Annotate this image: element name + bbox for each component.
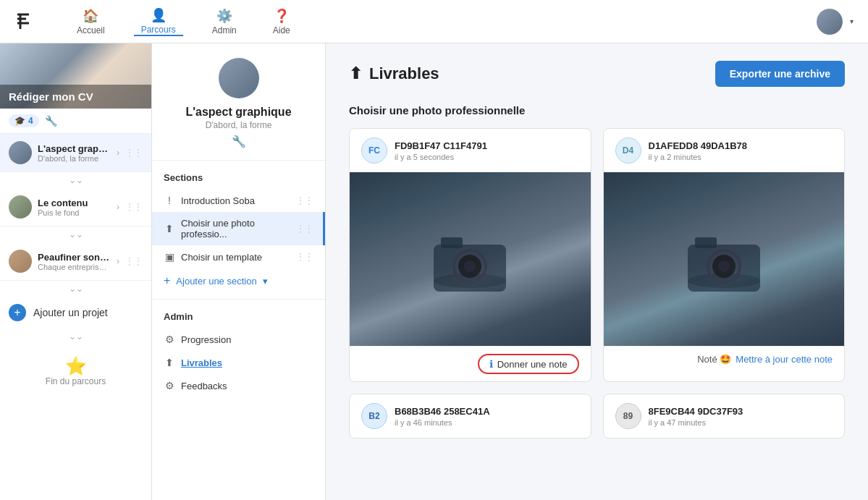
- course-header: Rédiger mon CV: [0, 43, 151, 109]
- export-archive-button[interactable]: Exporter une archive: [715, 61, 845, 87]
- donner-note-button[interactable]: ℹ Donner une note: [478, 354, 579, 374]
- middle-avatar: [219, 58, 259, 98]
- add-section-btn[interactable]: + Ajouter une section ▾: [152, 268, 325, 293]
- nav-admin[interactable]: ⚙️ Admin: [205, 8, 244, 35]
- card-avatar-fc: FC: [361, 137, 387, 164]
- fin-text: Fin du parcours: [9, 376, 143, 386]
- collapse-chevron-1[interactable]: ⌄⌄: [0, 172, 151, 188]
- card-id-fc: FD9B1F47 C11F4791: [395, 140, 579, 151]
- svg-point-16: [718, 260, 730, 272]
- drag-handle-3[interactable]: ⋮⋮: [125, 256, 143, 266]
- nav-parcours[interactable]: 👤 Parcours: [134, 7, 183, 36]
- sidebar-item-text-3: Peaufiner son CV Chaque entreprise est .…: [38, 252, 111, 271]
- drag-handle-2[interactable]: ⋮⋮: [125, 202, 143, 212]
- right-header: ⬆ Livrables Exporter une archive: [349, 61, 845, 87]
- sidebar-avatar-1: [9, 141, 32, 164]
- drag-handle-1[interactable]: ⋮⋮: [125, 148, 143, 158]
- svg-rect-0: [14, 9, 41, 35]
- fin-icon: ⭐: [9, 356, 143, 376]
- nav-aide[interactable]: ❓ Aide: [266, 8, 298, 35]
- add-project-label: Ajouter un projet: [33, 307, 108, 318]
- livrables-side-icon: ⬆: [164, 357, 175, 368]
- progression-icon: ⚙: [164, 334, 175, 345]
- drag-handle-intro[interactable]: ⋮⋮: [296, 195, 313, 205]
- section-row-template[interactable]: ▣ Choisir un template ⋮⋮: [152, 245, 325, 268]
- admin-row-feedbacks[interactable]: ⚙ Feedbacks: [152, 374, 325, 397]
- add-project-icon: +: [9, 304, 26, 321]
- left-sidebar: Rédiger mon CV 🎓 4 🔧 L'aspect graphique …: [0, 43, 152, 500]
- top-navigation: 🏠 Accueil 👤 Parcours ⚙️ Admin ❓ Aide ▾: [0, 0, 868, 43]
- middle-wrench-icon[interactable]: 🔧: [232, 135, 246, 148]
- card-id-d4: D1AFEDD8 49DA1B78: [649, 140, 833, 151]
- chevron-right-icon-2: ›: [117, 202, 119, 212]
- livrable-card-fc: FC FD9B1F47 C11F4791 il y a 5 secondes: [349, 128, 591, 382]
- section-template-label: Choisir un template: [181, 252, 290, 263]
- nav-admin-label: Admin: [212, 25, 237, 35]
- livrable-card-89: 89 8FE9CB44 9DC37F93 il y a 47 minutes: [603, 394, 846, 438]
- sidebar-item-peaufiner[interactable]: Peaufiner son CV Chaque entreprise est .…: [0, 242, 151, 281]
- card-time-d4: il y a 2 minutes: [649, 153, 833, 161]
- user-avatar[interactable]: [817, 9, 843, 35]
- admin-row-progression[interactable]: ⚙ Progression: [152, 328, 325, 351]
- collapse-chevron-4[interactable]: ⌄⌄: [0, 329, 151, 344]
- card-time-89: il y a 47 minutes: [649, 418, 833, 427]
- nav-accueil[interactable]: 🏠 Accueil: [69, 8, 112, 35]
- parcours-icon: 👤: [151, 7, 167, 23]
- cards-grid: FC FD9B1F47 C11F4791 il y a 5 secondes: [349, 128, 845, 438]
- svg-rect-13: [695, 237, 717, 248]
- admin-row-livrables[interactable]: ⬆ Livrables: [152, 351, 325, 374]
- svg-point-10: [464, 260, 476, 272]
- section-row-intro[interactable]: ! Introduction Soba ⋮⋮: [152, 189, 325, 212]
- section-photo-pro-title: Choisir une photo professionnelle: [349, 104, 845, 116]
- sidebar-avatar-3: [9, 250, 32, 273]
- card-info-b2: B68B3B46 258EC41A il y a 46 minutes: [395, 406, 579, 427]
- update-note-btn[interactable]: Mettre à jour cette note: [736, 354, 833, 365]
- section-photo-label: Choisir une photo professio...: [181, 218, 290, 240]
- fin-parcours: ⭐ Fin du parcours: [0, 344, 151, 398]
- card-footer-fc: ℹ Donner une note: [350, 346, 591, 381]
- middle-header: L'aspect graphique D'abord, la forme 🔧: [152, 43, 325, 161]
- course-icons-bar: 🎓 4 🔧: [0, 109, 151, 134]
- plus-icon: +: [164, 274, 170, 287]
- card-header-d4: D4 D1AFEDD8 49DA1B78 il y a 2 minutes: [604, 129, 845, 172]
- graduation-icon: 🎓: [14, 116, 25, 126]
- sidebar-avatar-2: [9, 195, 32, 219]
- main-layout: Rédiger mon CV 🎓 4 🔧 L'aspect graphique …: [0, 43, 868, 500]
- drag-handle-template[interactable]: ⋮⋮: [296, 252, 313, 262]
- avatar-image: [817, 9, 843, 35]
- admin-progression-label: Progression: [181, 334, 313, 345]
- section-row-photo[interactable]: ⬆ Choisir une photo professio... ⋮⋮: [152, 212, 325, 245]
- add-project-btn[interactable]: + Ajouter un projet: [0, 297, 151, 329]
- card-info-fc: FD9B1F47 C11F4791 il y a 5 secondes: [395, 140, 579, 161]
- nav-aide-label: Aide: [273, 25, 290, 35]
- logo[interactable]: [14, 9, 41, 35]
- dropdown-arrow: ▾: [263, 276, 268, 287]
- wrench-icon[interactable]: 🔧: [45, 115, 57, 127]
- card-header-b2: B2 B68B3B46 258EC41A il y a 46 minutes: [350, 394, 591, 438]
- sidebar-item-subtitle-1: D'abord, la forme: [38, 154, 111, 163]
- course-overlay: Rédiger mon CV: [0, 85, 151, 109]
- sections-label: Sections: [152, 161, 325, 189]
- section-intro-label: Introduction Soba: [181, 195, 290, 206]
- sidebar-item-subtitle-3: Chaque entreprise est ...: [38, 263, 111, 271]
- sidebar-item-text-2: Le contenu Puis le fond: [38, 198, 111, 217]
- collapse-chevron-3[interactable]: ⌄⌄: [0, 281, 151, 297]
- sidebar-item-contenu[interactable]: Le contenu Puis le fond › ⋮⋮: [0, 188, 151, 226]
- card-time-fc: il y a 5 secondes: [395, 153, 579, 161]
- card-avatar-b2: B2: [361, 403, 387, 429]
- admin-livrables-label: Livrables: [181, 357, 313, 368]
- card-id-b2: B68B3B46 258EC41A: [395, 406, 579, 417]
- sidebar-item-aspect-graphique[interactable]: L'aspect graphique D'abord, la forme › ⋮…: [0, 134, 151, 172]
- livrables-upload-icon: ⬆: [349, 64, 362, 83]
- admin-feedbacks-label: Feedbacks: [181, 381, 313, 391]
- sidebar-item-text-1: L'aspect graphique D'abord, la forme: [38, 143, 111, 163]
- drag-handle-photo[interactable]: ⋮⋮: [296, 224, 313, 234]
- chevron-down-icon[interactable]: ▾: [850, 17, 854, 25]
- collapse-chevron-2[interactable]: ⌄⌄: [0, 226, 151, 242]
- sidebar-item-title-1: L'aspect graphique: [38, 143, 111, 154]
- chevron-right-icon-1: ›: [117, 148, 119, 158]
- badge-count[interactable]: 🎓 4: [9, 114, 39, 127]
- middle-title: L'aspect graphique: [185, 106, 291, 119]
- add-section-label: Ajouter une section: [176, 276, 256, 287]
- sidebar-item-title-2: Le contenu: [38, 198, 111, 208]
